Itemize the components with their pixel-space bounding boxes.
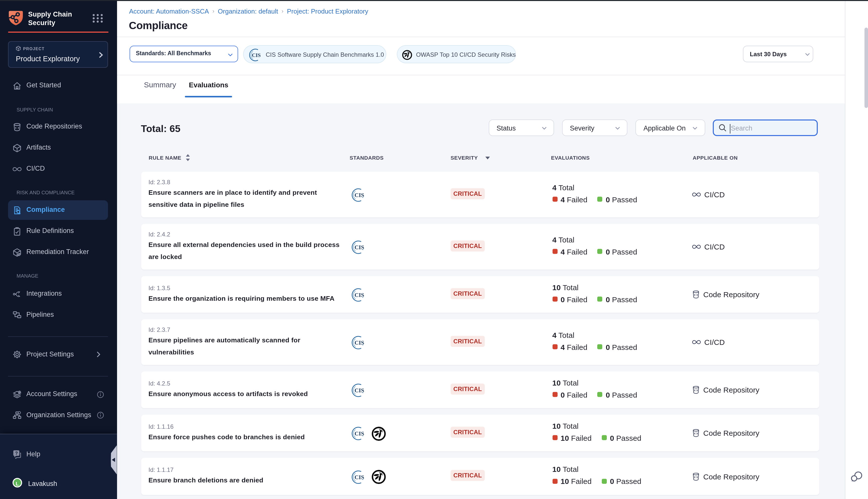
svg-text:?: ? xyxy=(15,451,18,456)
svg-text:CIS: CIS xyxy=(252,52,261,58)
